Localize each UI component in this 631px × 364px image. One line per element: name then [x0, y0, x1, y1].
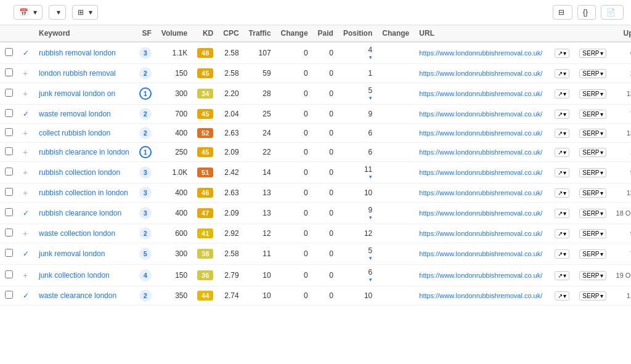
keyword-link[interactable]: rubbish collection london [39, 168, 120, 177]
trend-button[interactable]: ↗ ▾ [555, 110, 569, 119]
url-link[interactable]: https://www.londonrubbishremoval.co.uk/ [419, 49, 542, 57]
trend-button[interactable]: ↗ ▾ [555, 209, 569, 218]
serp-button[interactable]: SERP ▾ [579, 249, 606, 259]
row-checkbox[interactable] [5, 109, 13, 117]
updated-cell: 7 d ago [611, 105, 631, 124]
row-checkbox-cell [0, 105, 18, 124]
trend-cell: ↗ ▾ [550, 203, 574, 224]
columns-button[interactable]: ⊟ [553, 5, 572, 20]
row-checkbox[interactable] [5, 48, 13, 56]
keyword-link[interactable]: rubbish collection in london [39, 188, 128, 197]
trend-button[interactable]: ↗ ▾ [555, 249, 569, 259]
keyword-link[interactable]: rubbish removal london [39, 49, 116, 57]
url-link[interactable]: https://www.londonrubbishremoval.co.uk/ [419, 129, 542, 137]
keyword-link[interactable]: junk removal london on [39, 89, 115, 98]
serp-button[interactable]: SERP ▾ [579, 209, 606, 218]
api-button[interactable]: {} [577, 5, 596, 20]
keyword-link[interactable]: junk collection london [39, 271, 110, 280]
url-link[interactable]: https://www.londonrubbishremoval.co.uk/ [419, 230, 542, 237]
row-checkbox[interactable] [5, 147, 13, 155]
row-checkbox[interactable] [5, 188, 13, 196]
serp-button[interactable]: SERP ▾ [579, 148, 606, 157]
sf-cell: 2 [134, 286, 157, 305]
updated-cell: 6 h ago [611, 42, 631, 64]
trend-button[interactable]: ↗ ▾ [555, 49, 569, 58]
url-link[interactable]: https://www.londonrubbishremoval.co.uk/ [419, 148, 542, 156]
trend-button[interactable]: ↗ ▾ [555, 291, 569, 301]
trend-button[interactable]: ↗ ▾ [555, 69, 569, 78]
keyword-link[interactable]: london rubbish removal [39, 69, 116, 78]
serp-button[interactable]: SERP ▾ [579, 271, 606, 280]
trend-button[interactable]: ↗ ▾ [555, 89, 569, 99]
trend-cell: ↗ ▾ [550, 143, 574, 162]
kd-badge: 45 [197, 68, 213, 78]
serp-button[interactable]: SERP ▾ [579, 69, 606, 78]
row-checkbox[interactable] [5, 168, 13, 176]
position-cell: 5 ▾ [338, 243, 377, 265]
url-link[interactable]: https://www.londonrubbishremoval.co.uk/ [419, 169, 542, 176]
url-link[interactable]: https://www.londonrubbishremoval.co.uk/ [419, 272, 542, 279]
url-link[interactable]: https://www.londonrubbishremoval.co.uk/ [419, 292, 542, 299]
keyword-link[interactable]: waste clearance london [39, 291, 116, 300]
keyword-cell: waste collection london [34, 224, 134, 243]
url-cell: https://www.londonrubbishremoval.co.uk/ [414, 42, 550, 64]
trend-button[interactable]: ↗ ▾ [555, 129, 569, 138]
trend-button[interactable]: ↗ ▾ [555, 188, 569, 198]
serp-button[interactable]: SERP ▾ [579, 129, 606, 138]
url-link[interactable]: https://www.londonrubbishremoval.co.uk/ [419, 250, 542, 257]
url-link[interactable]: https://www.londonrubbishremoval.co.uk/ [419, 209, 542, 217]
trend-button[interactable]: ↗ ▾ [555, 168, 569, 177]
kd-badge: 36 [197, 270, 213, 280]
sf-cell: 3 [134, 42, 157, 64]
compare-button[interactable]: ▾ [49, 5, 66, 20]
row-checkbox[interactable] [5, 249, 13, 257]
paid-cell: 0 [313, 162, 338, 184]
keyword-link[interactable]: waste collection london [39, 229, 115, 238]
toolbar-left: 📅 ▾ ▾ ⊞ ▾ [7, 5, 545, 20]
cpc-cell: 2.74 [218, 286, 243, 305]
trend-button[interactable]: ↗ ▾ [555, 229, 569, 238]
url-cell: https://www.londonrubbishremoval.co.uk/ [414, 265, 550, 286]
keyword-link[interactable]: junk removal london [39, 249, 105, 258]
table-row: + rubbish collection london 3 1.0K 51 2.… [0, 162, 631, 184]
keyword-link[interactable]: rubbish clearance london [39, 209, 121, 217]
sf-badge: 1 [139, 87, 152, 100]
url-link[interactable]: https://www.londonrubbishremoval.co.uk/ [419, 189, 542, 196]
url-link[interactable]: https://www.londonrubbishremoval.co.uk/ [419, 90, 542, 97]
row-checkbox[interactable] [5, 68, 13, 76]
row-checkbox[interactable] [5, 291, 13, 299]
row-checkbox[interactable] [5, 270, 13, 278]
row-checkbox[interactable] [5, 128, 13, 136]
keyword-link[interactable]: rubbish clearance in london [39, 148, 129, 156]
serp-button[interactable]: SERP ▾ [579, 229, 606, 238]
serp-button[interactable]: SERP ▾ [579, 89, 606, 99]
serp-button[interactable]: SERP ▾ [579, 168, 606, 177]
serp-label: SERP [582, 272, 599, 279]
row-checkbox[interactable] [5, 89, 13, 97]
date-button[interactable]: 📅 ▾ [14, 5, 43, 20]
serp-button[interactable]: SERP ▾ [579, 110, 606, 119]
keyword-cell: rubbish clearance in london [34, 143, 134, 162]
position-sub-arrow: ▾ [343, 95, 372, 101]
export-button[interactable]: 📄 [601, 5, 624, 20]
keyword-link[interactable]: waste removal london [39, 110, 111, 118]
filter-button[interactable]: ⊞ ▾ [72, 5, 98, 20]
trend-button[interactable]: ↗ ▾ [555, 271, 569, 280]
check-icon: ✓ [23, 249, 29, 258]
col-change1: Change [276, 25, 313, 42]
keyword-link[interactable]: collect rubbish london [39, 129, 110, 137]
row-status-cell: + [18, 64, 34, 83]
volume-cell: 400 [157, 184, 192, 203]
serp-cell: SERP ▾ [574, 184, 611, 203]
serp-button[interactable]: SERP ▾ [579, 49, 606, 58]
kd-cell: 36 [192, 265, 218, 286]
row-checkbox[interactable] [5, 229, 13, 237]
serp-chevron-icon: ▾ [600, 50, 603, 57]
trend-cell: ↗ ▾ [550, 83, 574, 105]
serp-button[interactable]: SERP ▾ [579, 291, 606, 301]
row-checkbox[interactable] [5, 208, 13, 216]
url-link[interactable]: https://www.londonrubbishremoval.co.uk/ [419, 70, 542, 77]
trend-button[interactable]: ↗ ▾ [555, 148, 569, 157]
url-link[interactable]: https://www.londonrubbishremoval.co.uk/ [419, 110, 542, 118]
serp-button[interactable]: SERP ▾ [579, 188, 606, 198]
